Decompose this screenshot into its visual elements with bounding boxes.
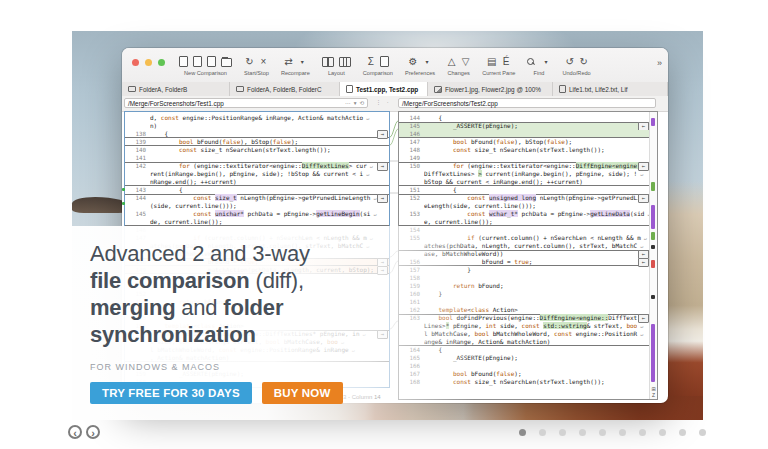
- undo-icon[interactable]: ↺: [565, 56, 574, 68]
- toolbar: New Comparison↻×Start/Stop⇄▾RecompareLay…: [122, 48, 668, 83]
- left-file-path-field[interactable]: /Merge/ForScreenshots/Test1.cpp ⋯ ▾ ⟲: [124, 98, 368, 108]
- tab-label: Life1.txt, Life2.txt, Lif: [569, 86, 628, 93]
- new-folder-icon[interactable]: [221, 56, 232, 68]
- line-number: 145: [125, 210, 150, 218]
- carousel-next-button[interactable]: ›: [86, 425, 100, 439]
- tab-label: FolderA, FolderB: [139, 86, 187, 93]
- carousel-dots: [519, 429, 706, 436]
- carousel-dot-4[interactable]: [579, 429, 586, 436]
- wrap-indicator-icon: ↵: [363, 171, 369, 177]
- toolbar-group-changes[interactable]: △▽Changes: [447, 55, 470, 76]
- toolbar-group-recompare[interactable]: ⇄▾Recompare: [281, 55, 310, 76]
- change-overview-mark[interactable]: [651, 245, 655, 249]
- preferences-gear-icon[interactable]: ⚙: [409, 56, 418, 68]
- comparison-sigma-icon[interactable]: Σ: [366, 56, 375, 68]
- new-image-comparison-icon[interactable]: [207, 56, 216, 68]
- change-overview-mark[interactable]: [651, 232, 655, 240]
- toolbar-group-layout[interactable]: Layout: [322, 55, 351, 76]
- toolbar-group-label: Start/Stop: [244, 70, 269, 76]
- edit-pane-icon[interactable]: É: [502, 56, 511, 68]
- code-line: e, current.line());: [399, 218, 650, 226]
- tab-flower1-jpg-flower2-jpg-100-[interactable]: Flower1.jpg, Flower2.jpg @ 100%: [428, 82, 553, 96]
- line-number: 148: [399, 146, 424, 154]
- carousel-dot-2[interactable]: [539, 429, 546, 436]
- change-overview-strip[interactable]: ⊞ Z: [649, 112, 657, 399]
- line-number: [125, 170, 150, 178]
- carousel-dot-10[interactable]: [699, 429, 706, 436]
- toolbar-group-find[interactable]: ▾Find: [527, 55, 550, 76]
- carousel-dot-6[interactable]: [619, 429, 626, 436]
- line-number: 142: [125, 162, 150, 170]
- line-number: [125, 202, 150, 210]
- find-magnifier-icon[interactable]: [527, 56, 536, 68]
- toolbar-group-label: Preferences: [405, 70, 435, 76]
- change-overview-mark[interactable]: [651, 205, 655, 229]
- line-number: [125, 114, 150, 122]
- start-icon[interactable]: ↻: [245, 56, 254, 68]
- toolbar-group-start-stop[interactable]: ↻×Start/Stop: [244, 55, 269, 76]
- try-free-button[interactable]: TRY FREE FOR 30 DAYS: [90, 382, 252, 404]
- doc-icon: [346, 85, 353, 93]
- promo-headline-line: synchronization: [90, 321, 420, 348]
- next-change-icon[interactable]: ▽: [461, 56, 470, 68]
- toolbar-overflow-chevron-icon[interactable]: »: [657, 58, 662, 68]
- tab-foldera-folderb-folderc[interactable]: FolderA, FolderB, FolderC: [230, 82, 340, 96]
- comparison-report-icon[interactable]: [380, 56, 389, 68]
- tab-test1-cpp-test2-cpp[interactable]: Test1.cpp, Test2.cpp: [340, 82, 428, 96]
- toolbar-group-new-comparison[interactable]: New Comparison: [179, 55, 232, 76]
- recompare-caret-icon[interactable]: ▾: [298, 56, 307, 68]
- code-line: 148 const size_t nSearchLen(strText.leng…: [399, 146, 650, 154]
- carousel-dot-9[interactable]: [679, 429, 686, 436]
- change-overview-mark[interactable]: [651, 324, 655, 382]
- carousel-dot-5[interactable]: [599, 429, 606, 436]
- recompare-icon[interactable]: ⇄: [284, 56, 293, 68]
- new-text-comparison-icon[interactable]: [179, 56, 188, 68]
- tab-foldera-folderb[interactable]: FolderA, FolderB: [122, 82, 230, 96]
- right-file-path-field[interactable]: /Merge/ForScreenshots/Test2.cpp: [398, 98, 656, 108]
- code-line: d, const engine::PositionRange& inRange,…: [125, 114, 389, 122]
- code-line: 138 {→: [125, 130, 389, 138]
- code-line: (side, current.line()));: [125, 202, 389, 210]
- zoom-window-icon[interactable]: [158, 59, 165, 66]
- layout-two-pane-icon[interactable]: [322, 56, 334, 68]
- carousel-dot-1[interactable]: [519, 429, 526, 436]
- close-window-icon[interactable]: [132, 59, 139, 66]
- toolbar-group-undo-redo[interactable]: ↺↻Undo/Redo: [562, 55, 590, 76]
- toolbar-group-current-pane[interactable]: ▤ÉCurrent Pane: [482, 55, 515, 76]
- carousel-dot-3[interactable]: [559, 429, 566, 436]
- path-caret-icon[interactable]: ▾: [354, 100, 357, 106]
- line-number: 139: [125, 138, 150, 146]
- carousel-dot-8[interactable]: [659, 429, 666, 436]
- left-file-path: /Merge/ForScreenshots/Test1.cpp: [128, 100, 224, 107]
- path-reload-icon[interactable]: ⟲: [359, 100, 364, 106]
- preferences-caret-icon[interactable]: ▾: [423, 56, 432, 68]
- tab-life1-txt-life2-txt-lif[interactable]: Life1.txt, Life2.txt, Lif: [553, 82, 668, 96]
- toolbar-group-label: Recompare: [281, 70, 310, 76]
- change-overview-mark[interactable]: [651, 182, 655, 191]
- stop-icon[interactable]: ×: [259, 56, 268, 68]
- change-overview-mark[interactable]: [651, 295, 655, 299]
- buy-now-button[interactable]: BUY NOW: [262, 382, 343, 404]
- wrap-indicator-icon: ↵: [641, 235, 647, 241]
- change-overview-mark[interactable]: [651, 118, 655, 126]
- line-number: [399, 170, 424, 178]
- toolbar-group-preferences[interactable]: ⚙▾Preferences: [405, 55, 435, 76]
- toolbar-group-comparison[interactable]: ΣComparison: [363, 55, 393, 76]
- new-folder-comparison-icon[interactable]: [193, 56, 202, 68]
- redo-icon[interactable]: ↻: [579, 56, 588, 68]
- find-caret-icon[interactable]: ▾: [541, 56, 550, 68]
- carousel-dot-7[interactable]: [639, 429, 646, 436]
- toolbar-group-label: Layout: [328, 70, 345, 76]
- window-controls: [132, 59, 165, 66]
- path-menu-dots-icon[interactable]: ⋯: [345, 100, 351, 106]
- code-line: 145 const unichar* pchData = pEngine->ge…: [125, 210, 389, 218]
- code-line: 147 bool bFound(false), bStop(false);: [399, 138, 650, 146]
- change-overview-mark[interactable]: [651, 260, 655, 268]
- previous-change-icon[interactable]: △: [447, 56, 456, 68]
- layout-three-pane-icon[interactable]: [339, 56, 351, 68]
- save-pane-icon[interactable]: ▤: [487, 56, 496, 68]
- line-number: [125, 122, 150, 130]
- minimize-window-icon[interactable]: [145, 59, 152, 66]
- toolbar-group-label: Current Pane: [482, 70, 515, 76]
- carousel-prev-button[interactable]: ‹: [68, 425, 82, 439]
